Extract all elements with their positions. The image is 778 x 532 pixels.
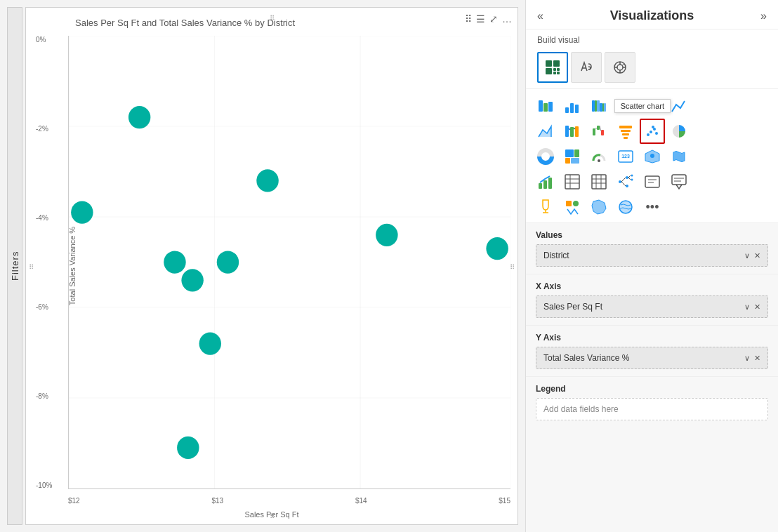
- viz-trophy[interactable]: [533, 194, 558, 220]
- y-tick-10: -10%: [36, 481, 52, 489]
- y-tick-0: 0%: [36, 36, 52, 44]
- viz-ribbon-chart[interactable]: [560, 119, 585, 144]
- chart-toolbar: ⠿ ☰ ⤢ …: [465, 13, 512, 25]
- svg-rect-79: [565, 175, 579, 189]
- viz-bar-chart[interactable]: [560, 93, 585, 119]
- x-tick-13: $13: [211, 497, 223, 505]
- y-axis-field[interactable]: Total Sales Variance % ∨ ✕: [536, 347, 768, 369]
- svg-rect-68: [574, 149, 579, 157]
- viz-funnel[interactable]: [613, 119, 638, 144]
- svg-rect-30: [592, 100, 595, 112]
- dot-3[interactable]: [164, 251, 185, 273]
- svg-point-71: [598, 159, 600, 162]
- right-resize-handle[interactable]: ⠿: [510, 263, 515, 271]
- svg-point-63: [652, 126, 654, 128]
- dot-7[interactable]: [256, 169, 278, 192]
- tab-fields[interactable]: [537, 52, 568, 83]
- viz-textbox[interactable]: [640, 169, 665, 194]
- field-text-x-axis: Sales Per Sq Ft: [543, 302, 602, 312]
- svg-line-95: [628, 175, 631, 178]
- svg-rect-67: [565, 149, 574, 157]
- panel-header: « Visualizations »: [526, 0, 778, 29]
- svg-rect-47: [565, 126, 569, 137]
- svg-rect-55: [619, 126, 632, 128]
- top-resize-handle[interactable]: ⠿: [270, 14, 275, 22]
- tab-format[interactable]: [571, 52, 602, 83]
- field-close-x[interactable]: ✕: [754, 302, 760, 312]
- viz-shape-map[interactable]: [586, 194, 612, 220]
- legend-field-empty[interactable]: Add data fields here: [536, 398, 768, 420]
- filters-panel-tab[interactable]: Filters: [7, 7, 22, 525]
- svg-point-89: [626, 176, 628, 179]
- viz-smart-narrative[interactable]: [666, 169, 692, 194]
- viz-decomp-tree[interactable]: [613, 169, 638, 194]
- svg-point-91: [631, 175, 633, 177]
- x-axis-ticks: $12 $13 $14 $15: [68, 497, 510, 505]
- svg-line-93: [621, 178, 626, 182]
- field-close-y[interactable]: ✕: [754, 354, 760, 363]
- svg-rect-14: [557, 68, 560, 71]
- viz-azure-map[interactable]: [613, 194, 638, 220]
- dot-1[interactable]: [71, 201, 93, 223]
- viz-kpi[interactable]: [533, 169, 558, 194]
- viz-scatter-chart[interactable]: Scatter chart: [640, 119, 665, 144]
- chart-area: Filters ⠿ ☰ ⤢ … Sales Per Sq Ft and Tota…: [0, 0, 525, 532]
- svg-rect-10: [546, 60, 552, 67]
- scatter-chart-tooltip: Scatter chart: [614, 99, 671, 113]
- svg-rect-83: [592, 175, 606, 189]
- filter-icon[interactable]: ☰: [476, 13, 485, 25]
- viz-matrix[interactable]: [586, 169, 612, 194]
- expand-icon[interactable]: ⤢: [489, 13, 498, 25]
- dot-2[interactable]: [128, 106, 150, 128]
- x-axis-label-sec: X Axis: [536, 281, 768, 291]
- svg-rect-32: [597, 100, 600, 112]
- viz-table[interactable]: [560, 169, 585, 194]
- left-resize-handle[interactable]: ⠿: [29, 263, 34, 271]
- dot-10[interactable]: [486, 237, 508, 260]
- panel-expand-icon[interactable]: »: [760, 10, 767, 22]
- dot-5[interactable]: [217, 251, 239, 273]
- field-chevron-x[interactable]: ∨: [744, 302, 750, 312]
- viz-area-chart[interactable]: [533, 119, 558, 144]
- viz-donut[interactable]: [533, 144, 558, 169]
- viz-custom-visual[interactable]: [560, 194, 585, 220]
- legend-section: Legend Add data fields here: [526, 376, 778, 427]
- dot-4[interactable]: [181, 269, 203, 291]
- viz-stacked-bar[interactable]: [533, 93, 558, 119]
- svg-line-96: [628, 178, 631, 180]
- viz-map[interactable]: [640, 144, 665, 169]
- viz-treemap[interactable]: [560, 144, 585, 169]
- scatter-plot-svg: [68, 36, 510, 489]
- field-chevron-district[interactable]: ∨: [744, 251, 750, 260]
- svg-rect-31: [595, 100, 597, 112]
- x-tick-15: $15: [499, 497, 510, 505]
- values-field-district[interactable]: District ∨ ✕: [536, 244, 768, 267]
- svg-rect-58: [624, 137, 628, 139]
- viz-filled-map[interactable]: [666, 144, 692, 169]
- svg-rect-51: [597, 126, 600, 130]
- drag-handle-icon[interactable]: ⠿: [465, 13, 472, 25]
- viz-card[interactable]: 123: [613, 144, 638, 169]
- dot-6[interactable]: [199, 332, 221, 354]
- svg-point-62: [655, 132, 658, 135]
- dot-8[interactable]: [177, 437, 199, 459]
- svg-rect-50: [593, 128, 595, 135]
- x-axis-field[interactable]: Sales Per Sq Ft ∨ ✕: [536, 295, 768, 318]
- tab-analytics[interactable]: [605, 52, 635, 83]
- viz-row-5: •••: [533, 194, 771, 220]
- viz-waterfall[interactable]: [586, 119, 612, 144]
- field-close-district[interactable]: ✕: [754, 251, 760, 260]
- svg-point-59: [647, 133, 650, 136]
- bottom-resize-handle[interactable]: ⠿: [270, 512, 275, 520]
- viz-100-bar[interactable]: [586, 93, 612, 119]
- viz-pie-chart[interactable]: [666, 119, 692, 144]
- field-chevron-y[interactable]: ∨: [744, 354, 750, 363]
- panel-collapse-icon[interactable]: «: [537, 10, 543, 22]
- more-options-icon[interactable]: …: [502, 13, 512, 25]
- viz-more[interactable]: •••: [640, 194, 665, 220]
- viz-gauge[interactable]: [586, 144, 612, 169]
- svg-rect-28: [570, 103, 574, 113]
- field-text-y-axis: Total Sales Variance %: [543, 353, 630, 363]
- svg-rect-78: [548, 178, 552, 189]
- dot-9[interactable]: [376, 224, 397, 246]
